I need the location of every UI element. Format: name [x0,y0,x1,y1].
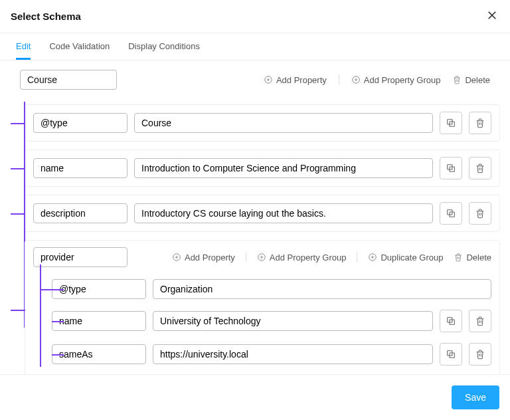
copy-button[interactable] [440,343,462,366]
property-row [25,195,500,232]
copy-icon [446,163,456,173]
modal-title: Select Schema [11,11,81,22]
property-row [52,274,491,304]
trash-icon [475,163,485,173]
add-property-group-label: Add Property Group [270,253,347,262]
property-key-input[interactable] [52,344,146,364]
toolbar-divider [357,253,357,262]
tab-edit[interactable]: Edit [16,33,31,60]
duplicate-group-label: Duplicate Group [381,253,443,262]
close-button[interactable] [485,8,499,25]
schema-root-name[interactable]: Course [20,70,117,90]
property-group: Add Property Add Property Group Duplicat… [25,240,500,374]
toolbar-divider [339,75,339,84]
delete-label: Delete [466,253,491,262]
property-key-input[interactable] [33,158,128,178]
plus-circle-icon [264,75,273,84]
tree-connector [11,123,25,124]
property-key-input[interactable] [52,279,146,299]
property-key-input[interactable] [33,113,128,133]
copy-icon [446,208,456,219]
copy-icon [446,316,456,326]
group-name-input[interactable] [33,247,128,267]
add-property-label: Add Property [276,75,327,85]
trash-icon [475,118,485,128]
property-key-input[interactable] [33,203,128,223]
plus-circle-icon [257,253,266,262]
add-property-button[interactable]: Add Property [172,253,235,262]
add-property-group-button[interactable]: Add Property Group [257,253,347,262]
delete-schema-button[interactable]: Delete [452,75,490,85]
tree-connector [40,289,52,290]
delete-button[interactable] [469,157,491,179]
property-key-input[interactable] [52,311,146,331]
copy-button[interactable] [440,310,462,332]
schema-toolbar: Course Add Property Add Property Group D… [10,60,500,96]
trash-icon [475,349,485,360]
delete-button[interactable] [469,310,491,332]
copy-button[interactable] [440,157,462,179]
trash-icon [475,316,485,326]
add-property-button[interactable]: Add Property [264,75,327,85]
modal-footer: Save [0,374,510,420]
copy-icon [446,349,456,360]
group-header: Add Property Add Property Group Duplicat… [25,241,499,271]
modal-header: Select Schema [0,0,510,33]
property-row [25,150,500,187]
property-row [52,304,491,338]
property-value-input[interactable] [134,158,433,178]
tree-connector [52,289,64,290]
property-value-input[interactable] [134,203,433,223]
duplicate-group-button[interactable]: Duplicate Group [368,253,443,262]
property-value-input[interactable] [134,113,433,133]
tree-connector [52,321,64,322]
tab-code-validation[interactable]: Code Validation [49,33,110,60]
add-property-group-button[interactable]: Add Property Group [351,75,441,85]
property-value-input[interactable] [153,311,433,331]
modal-body: Course Add Property Add Property Group D… [0,60,510,374]
trash-icon [454,253,463,262]
plus-circle-icon [368,253,377,262]
delete-button[interactable] [469,112,491,134]
property-row [25,104,500,142]
trash-icon [452,75,462,84]
property-row [52,338,491,371]
tabs: Edit Code Validation Display Conditions [0,33,510,60]
tree-connector [11,168,25,169]
tab-display-conditions[interactable]: Display Conditions [128,33,200,60]
copy-icon [446,118,456,128]
add-property-label: Add Property [185,253,235,262]
add-property-group-label: Add Property Group [364,75,441,85]
save-button[interactable]: Save [452,385,499,409]
property-value-input[interactable] [153,279,491,299]
plus-circle-icon [172,253,181,262]
delete-button[interactable] [469,343,491,366]
toolbar-divider [246,253,246,262]
tree-connector [11,310,25,311]
property-value-input[interactable] [153,344,433,364]
plus-circle-icon [351,75,361,84]
group-body [40,271,499,374]
close-icon [486,9,498,21]
copy-button[interactable] [440,112,462,134]
trash-icon [475,208,485,219]
tree-connector [52,354,64,356]
delete-group-button[interactable]: Delete [454,253,491,262]
tree-connector [11,213,25,215]
delete-button[interactable] [469,202,491,225]
delete-label: Delete [465,75,490,85]
copy-button[interactable] [440,202,462,225]
modal: Select Schema Edit Code Validation Displ… [0,0,510,420]
schema-tree: Add Property Add Property Group Duplicat… [25,104,500,374]
